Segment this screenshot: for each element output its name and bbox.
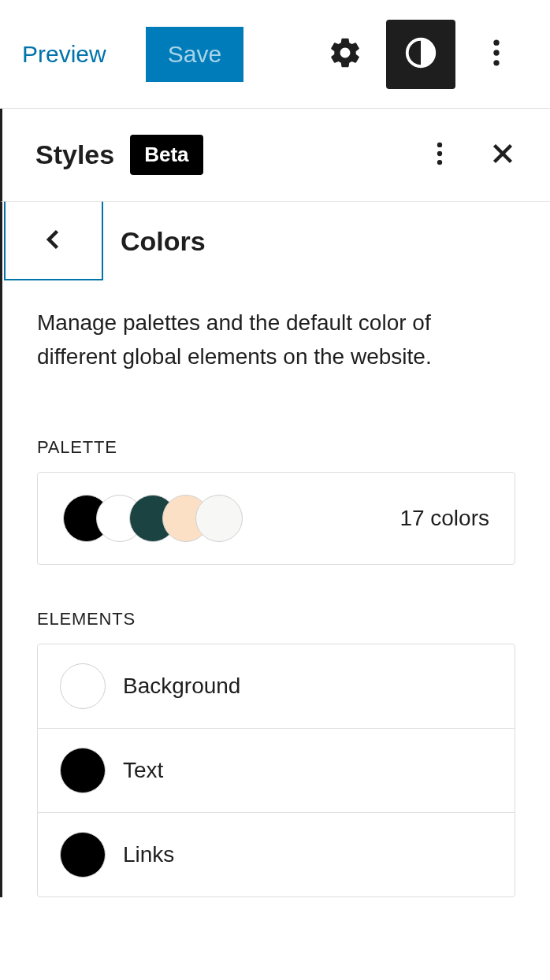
svg-point-6 <box>437 160 442 165</box>
styles-more-button[interactable] <box>418 133 462 177</box>
section-title: Colors <box>121 226 206 257</box>
more-vertical-icon <box>425 139 455 171</box>
gear-icon <box>328 35 362 72</box>
more-vertical-icon <box>479 35 514 72</box>
palette-swatch <box>195 495 243 542</box>
palette-count: 17 colors <box>399 506 489 531</box>
palette-swatches <box>63 495 243 542</box>
element-label: Background <box>123 674 240 699</box>
element-label: Text <box>123 758 163 783</box>
contrast-icon <box>403 35 439 73</box>
styles-toggle-button[interactable] <box>386 20 455 89</box>
element-item-background[interactable]: Background <box>38 644 515 729</box>
top-bar: Preview Save <box>0 0 550 109</box>
styles-header-actions <box>418 133 525 177</box>
palette-card[interactable]: 17 colors <box>37 472 515 565</box>
settings-button[interactable] <box>310 20 380 89</box>
close-icon <box>489 139 517 170</box>
styles-panel-header: Styles Beta <box>0 109 550 202</box>
svg-point-5 <box>437 151 442 156</box>
svg-point-1 <box>493 40 499 46</box>
section-nav: Colors <box>0 202 550 280</box>
preview-button[interactable]: Preview <box>19 35 110 74</box>
palette-label: PALETTE <box>37 437 515 458</box>
elements-list: Background Text Links <box>37 644 515 897</box>
svg-point-2 <box>493 50 499 55</box>
element-item-text[interactable]: Text <box>38 729 515 813</box>
back-button[interactable] <box>4 202 103 280</box>
styles-title: Styles <box>35 139 114 170</box>
element-swatch <box>60 663 106 709</box>
chevron-left-icon <box>39 225 68 256</box>
element-swatch <box>60 832 106 878</box>
top-more-button[interactable] <box>462 20 531 89</box>
panel-content: Manage palettes and the default color of… <box>0 280 550 897</box>
svg-point-4 <box>437 143 442 147</box>
section-description: Manage palettes and the default color of… <box>37 280 515 393</box>
beta-badge: Beta <box>130 135 203 175</box>
element-swatch <box>60 748 106 793</box>
save-button[interactable]: Save <box>146 27 243 82</box>
element-item-links[interactable]: Links <box>38 813 515 896</box>
elements-label: ELEMENTS <box>37 609 515 629</box>
svg-point-3 <box>493 60 499 65</box>
top-bar-actions <box>310 20 531 89</box>
element-label: Links <box>123 842 174 867</box>
close-styles-button[interactable] <box>481 133 525 177</box>
